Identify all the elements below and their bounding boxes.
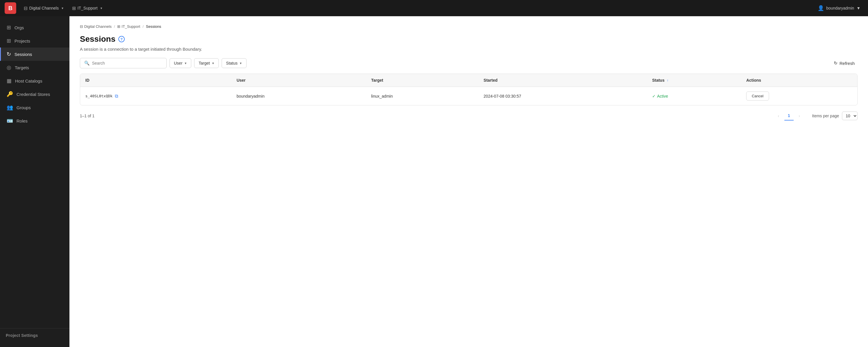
table-header-row: ID User Target Started Status xyxy=(80,74,857,87)
breadcrumb-sep-1: / xyxy=(114,24,115,29)
project-caret-icon: ▼ xyxy=(100,7,103,10)
user-menu[interactable]: 👤 boundaryadmin ▼ xyxy=(815,3,863,13)
items-per-page: Items per page 10 25 50 xyxy=(812,112,858,120)
session-status-cell: ✓ Active xyxy=(647,87,741,106)
org-selector[interactable]: ⊟ Digital Channels ▼ xyxy=(21,4,67,13)
sessions-icon: ↻ xyxy=(7,51,11,57)
prev-page-button[interactable]: ‹ xyxy=(774,111,783,120)
sidebar-item-host-catalogs[interactable]: ▦ Host Catalogs xyxy=(0,74,69,87)
breadcrumb-project[interactable]: ⊞ IT_Support xyxy=(117,24,140,29)
sessions-table: ID User Target Started Status xyxy=(80,74,858,106)
breadcrumb: ⊟ Digital Channels / ⊞ IT_Support / Sess… xyxy=(80,24,858,29)
pagination: 1–1 of 1 ‹ 1 › Items per page 10 25 50 xyxy=(80,111,858,120)
status-filter-button[interactable]: Status ▼ xyxy=(222,58,247,68)
credential-stores-icon: 🔑 xyxy=(7,91,13,97)
sidebar: ⊞ Orgs ⊞ Projects ↻ Sessions ◎ Targets ▦… xyxy=(0,16,69,347)
copy-icon[interactable]: ⧉ xyxy=(115,93,118,99)
projects-icon: ⊞ xyxy=(7,38,11,44)
topnav: B ⊟ Digital Channels ▼ ⊞ IT_Support ▼ 👤 … xyxy=(0,0,868,16)
logo[interactable]: B xyxy=(5,2,16,14)
sidebar-item-groups[interactable]: 👥 Groups xyxy=(0,101,69,114)
refresh-button[interactable]: ↻ Refresh xyxy=(831,58,858,68)
col-id: ID xyxy=(80,74,231,87)
session-user-cell: boundaryadmin xyxy=(231,87,366,106)
page-title: Sessions xyxy=(80,34,116,44)
org-icon: ⊟ xyxy=(24,5,28,11)
search-icon: 🔍 xyxy=(84,61,90,66)
session-id-cell: s_40SL0txQDk ⧉ xyxy=(80,87,231,106)
page-title-row: Sessions ? xyxy=(80,34,858,44)
breadcrumb-project-icon: ⊞ xyxy=(117,24,120,29)
search-input[interactable] xyxy=(92,61,162,65)
col-target: Target xyxy=(366,74,478,87)
project-icon: ⊞ xyxy=(72,5,76,11)
page-1-button[interactable]: 1 xyxy=(784,111,794,120)
sidebar-item-sessions[interactable]: ↻ Sessions xyxy=(0,48,69,61)
search-box[interactable]: 🔍 xyxy=(80,58,167,68)
status-sort-icon: ↑ xyxy=(667,79,669,83)
main-content: ⊟ Digital Channels / ⊞ IT_Support / Sess… xyxy=(69,16,868,347)
items-per-page-select[interactable]: 10 25 50 xyxy=(842,112,858,120)
refresh-icon: ↻ xyxy=(834,61,838,66)
sidebar-item-roles[interactable]: 🪪 Roles xyxy=(0,114,69,127)
project-selector[interactable]: ⊞ IT_Support ▼ xyxy=(69,4,105,13)
toolbar: 🔍 User ▼ Target ▼ Status ▼ ↻ Refresh xyxy=(80,58,858,68)
help-icon[interactable]: ? xyxy=(118,36,125,42)
target-filter-button[interactable]: Target ▼ xyxy=(194,58,219,68)
sidebar-item-targets[interactable]: ◎ Targets xyxy=(0,61,69,74)
project-settings-link[interactable]: Project Settings xyxy=(0,328,69,342)
col-user: User xyxy=(231,74,366,87)
breadcrumb-org[interactable]: ⊟ Digital Channels xyxy=(80,24,112,29)
user-avatar-icon: 👤 xyxy=(818,5,824,11)
col-actions: Actions xyxy=(741,74,857,87)
col-status[interactable]: Status ↑ xyxy=(647,74,741,87)
session-target-cell: linux_admin xyxy=(366,87,478,106)
sidebar-item-credential-stores[interactable]: 🔑 Credential Stores xyxy=(0,87,69,101)
groups-icon: 👥 xyxy=(7,104,13,111)
session-started-cell: 2024-07-08 03:30:57 xyxy=(478,87,647,106)
col-started: Started xyxy=(478,74,647,87)
pagination-nav: ‹ 1 › xyxy=(774,111,804,120)
table-row: s_40SL0txQDk ⧉ boundaryadmin linux_admin… xyxy=(80,87,857,106)
user-caret-icon: ▼ xyxy=(857,6,861,10)
session-actions-cell: Cancel xyxy=(741,87,857,106)
page-description: A session is a connection to a target in… xyxy=(80,47,858,52)
orgs-icon: ⊞ xyxy=(7,24,11,31)
cancel-button[interactable]: Cancel xyxy=(746,91,769,100)
status-filter-caret-icon: ▼ xyxy=(239,62,242,65)
status-badge: Active xyxy=(657,94,668,98)
session-id-text: s_40SL0txQDk xyxy=(85,94,113,98)
host-catalogs-icon: ▦ xyxy=(7,78,11,84)
breadcrumb-org-icon: ⊟ xyxy=(80,24,83,29)
next-page-button[interactable]: › xyxy=(795,111,804,120)
pagination-range: 1–1 of 1 xyxy=(80,114,95,118)
roles-icon: 🪪 xyxy=(7,118,13,124)
breadcrumb-current: Sessions xyxy=(146,24,161,29)
status-check-icon: ✓ xyxy=(652,94,656,98)
user-filter-button[interactable]: User ▼ xyxy=(169,58,191,68)
sidebar-item-projects[interactable]: ⊞ Projects xyxy=(0,34,69,48)
targets-icon: ◎ xyxy=(7,64,11,71)
user-filter-caret-icon: ▼ xyxy=(184,62,187,65)
sidebar-item-orgs[interactable]: ⊞ Orgs xyxy=(0,21,69,34)
breadcrumb-sep-2: / xyxy=(143,24,144,29)
org-caret-icon: ▼ xyxy=(61,7,64,10)
target-filter-caret-icon: ▼ xyxy=(212,62,214,65)
